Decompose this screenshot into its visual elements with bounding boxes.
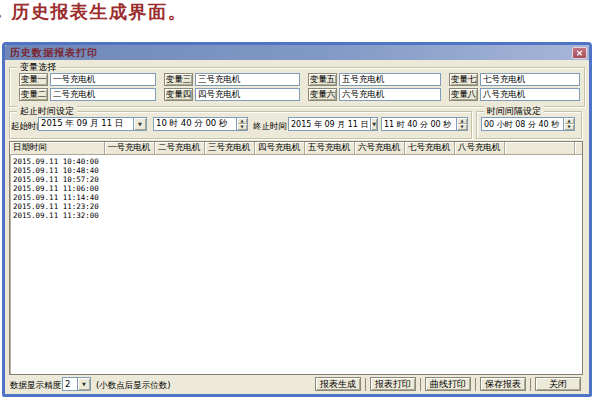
variable-6-button[interactable]: 变量六: [308, 88, 337, 101]
charger-2-field[interactable]: 二号充电机: [50, 88, 156, 101]
print-curve-button[interactable]: 曲线打印: [425, 377, 471, 391]
interval-spinner[interactable]: 00 小时 08 分 40 秒 ▲ ▼: [481, 117, 575, 131]
charger-3-value: 三号充电机: [196, 74, 299, 86]
button-separator: [420, 378, 421, 391]
charger-5-field[interactable]: 五号充电机: [339, 73, 441, 86]
charger-4-field[interactable]: 四号充电机: [195, 88, 300, 101]
end-date-combobox[interactable]: 2015 年 09 月 11 日 ▼: [288, 117, 378, 131]
column-header-2[interactable]: 二号充电机: [155, 142, 205, 154]
charger-6-value: 六号充电机: [340, 89, 440, 101]
report-table: 日期时间一号充电机二号充电机三号充电机四号充电机五号充电机六号充电机七号充电机八…: [9, 141, 583, 375]
time-range-group-label: 起止时间设定: [17, 106, 77, 117]
end-time-value: 11 时 40 分 00 秒: [382, 119, 456, 130]
column-header-7[interactable]: 七号充电机: [405, 142, 455, 154]
variable-7-button[interactable]: 变量七: [449, 73, 478, 86]
column-header-4[interactable]: 四号充电机: [255, 142, 305, 154]
report-print-dialog: 历史数据报表打印 × 变量选择 变量一一号充电机变量二二号充电机变量三三号充电机…: [2, 42, 592, 397]
end-date-value: 2015 年 09 月 11 日: [289, 119, 370, 130]
button-separator: [530, 378, 531, 391]
dialog-titlebar[interactable]: 历史数据报表打印 ×: [5, 45, 589, 60]
column-header-8[interactable]: 八号充电机: [455, 142, 505, 154]
button-separator: [475, 378, 476, 391]
dialog-client-area: 变量选择 变量一一号充电机变量二二号充电机变量三三号充电机变量四四号充电机变量五…: [5, 60, 589, 394]
precision-label: 数据显示精度: [10, 380, 61, 392]
table-row[interactable]: 2015.09.11 11:06:00: [10, 184, 582, 193]
variable-1-button[interactable]: 变量一: [19, 73, 48, 86]
charger-8-value: 八号充电机: [481, 89, 579, 101]
save-report-button[interactable]: 保存报表: [480, 377, 526, 391]
column-header-5[interactable]: 五号充电机: [305, 142, 355, 154]
precision-dropdown-icon[interactable]: ▼: [77, 378, 90, 390]
variable-cell: 变量三三号充电机: [164, 73, 300, 86]
charger-7-value: 七号充电机: [481, 74, 579, 86]
close-button[interactable]: 关闭: [535, 377, 581, 391]
interval-spin: ▲ ▼: [563, 118, 574, 130]
table-row[interactable]: 2015.09.11 11:23:20: [10, 202, 582, 211]
start-date-combobox[interactable]: 2015 年 09 月 11 日 ▼: [38, 117, 147, 131]
start-time-spin: ▲ ▼: [236, 118, 247, 130]
spin-down-icon[interactable]: ▼: [457, 124, 467, 130]
spin-down-icon[interactable]: ▼: [564, 124, 574, 130]
variable-cell: 变量二二号充电机: [19, 88, 156, 101]
column-header-filler: [505, 142, 575, 154]
interval-group-label: 时间间隔设定: [484, 106, 544, 117]
variable-select-group-label: 变量选择: [17, 62, 59, 73]
charger-4-value: 四号充电机: [196, 89, 299, 101]
table-row[interactable]: 2015.09.11 11:32:00: [10, 211, 582, 220]
charger-3-field[interactable]: 三号充电机: [195, 73, 300, 86]
table-row[interactable]: 2015.09.11 10:48:40: [10, 166, 582, 175]
table-row[interactable]: 2015.09.11 10:40:00: [10, 157, 582, 166]
variable-cell: 变量八八号充电机: [449, 88, 580, 101]
column-header-3[interactable]: 三号充电机: [205, 142, 255, 154]
variable-cell: 变量六六号充电机: [308, 88, 441, 101]
print-report-button[interactable]: 报表打印: [370, 377, 416, 391]
end-time-spinner[interactable]: 11 时 40 分 00 秒 ▲ ▼: [381, 117, 468, 131]
variable-select-group: 变量选择 变量一一号充电机变量二二号充电机变量三三号充电机变量四四号充电机变量五…: [9, 67, 585, 107]
variable-3-button[interactable]: 变量三: [164, 73, 193, 86]
charger-1-field[interactable]: 一号充电机: [50, 73, 156, 86]
variable-5-button[interactable]: 变量五: [308, 73, 337, 86]
variable-grid: 变量一一号充电机变量二二号充电机变量三三号充电机变量四四号充电机变量五五号充电机…: [19, 73, 580, 101]
variable-cell: 变量七七号充电机: [449, 73, 580, 86]
charger-5-value: 五号充电机: [340, 74, 440, 86]
report-table-header: 日期时间一号充电机二号充电机三号充电机四号充电机五号充电机六号充电机七号充电机八…: [10, 142, 582, 155]
end-time-label: 终止时间: [253, 121, 287, 133]
variable-4-button[interactable]: 变量四: [164, 88, 193, 101]
table-row[interactable]: 2015.09.11 10:57:20: [10, 175, 582, 184]
column-header-6[interactable]: 六号充电机: [355, 142, 405, 154]
start-date-dropdown-icon[interactable]: ▼: [133, 118, 146, 130]
variable-2-button[interactable]: 变量二: [19, 88, 48, 101]
column-header-filler: [575, 142, 582, 154]
end-time-spin: ▲ ▼: [456, 118, 467, 130]
variable-cell: 变量五五号充电机: [308, 73, 441, 86]
charger-2-value: 二号充电机: [51, 89, 155, 101]
variable-cell: 变量一一号充电机: [19, 73, 156, 86]
spin-down-icon[interactable]: ▼: [237, 124, 247, 130]
precision-hint: (小数点后显示位数): [96, 380, 171, 392]
column-header-1[interactable]: 一号充电机: [105, 142, 155, 154]
start-time-value: 10 时 40 分 00 秒: [154, 118, 236, 130]
dialog-title: 历史数据报表打印: [5, 46, 98, 60]
charger-6-field[interactable]: 六号充电机: [339, 88, 441, 101]
generate-report-button[interactable]: 报表生成: [315, 377, 361, 391]
page-caption: . 历史报表生成界面。: [0, 0, 187, 24]
end-date-dropdown-icon[interactable]: ▼: [370, 118, 377, 130]
button-separator: [365, 378, 366, 391]
charger-8-field[interactable]: 八号充电机: [480, 88, 580, 101]
table-row[interactable]: 2015.09.11 11:14:40: [10, 193, 582, 202]
variable-cell: 变量四四号充电机: [164, 88, 300, 101]
charger-7-field[interactable]: 七号充电机: [480, 73, 580, 86]
close-icon[interactable]: ×: [572, 47, 587, 59]
precision-select[interactable]: 2 ▼: [62, 377, 91, 391]
variable-8-button[interactable]: 变量八: [449, 88, 478, 101]
report-table-body[interactable]: 2015.09.11 10:40:002015.09.11 10:48:4020…: [10, 155, 582, 220]
charger-1-value: 一号充电机: [51, 74, 155, 86]
start-time-spinner[interactable]: 10 时 40 分 00 秒 ▲ ▼: [153, 117, 248, 131]
column-header-0[interactable]: 日期时间: [10, 142, 105, 154]
interval-value: 00 小时 08 分 40 秒: [482, 119, 563, 130]
precision-value: 2: [63, 379, 77, 389]
start-date-value: 2015 年 09 月 11 日: [39, 118, 133, 130]
